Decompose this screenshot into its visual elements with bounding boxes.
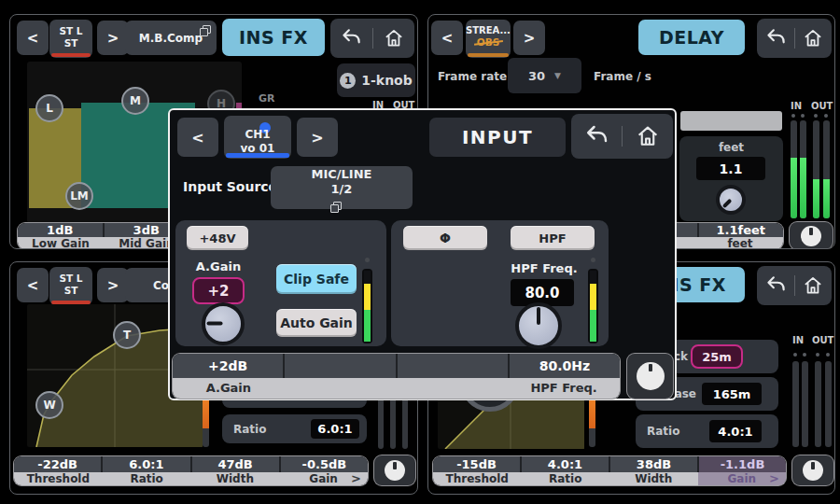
footer-label-width: Width — [191, 472, 280, 485]
footer-value-ratio[interactable]: 6.0:1 — [103, 456, 191, 472]
meter-clock-button[interactable] — [374, 455, 415, 485]
channel-color-underline — [51, 53, 91, 57]
undo-icon[interactable] — [763, 26, 788, 50]
lowmid-band-handle[interactable]: LM — [65, 182, 93, 210]
out-meter-l — [813, 120, 819, 218]
footer-label-lowgain: Low Gain — [18, 237, 104, 249]
footer-label-threshold: Threshold — [433, 472, 522, 485]
parameter-footer: -22dB 6.0:1 47dB -0.5dB Threshold Ratio … — [14, 456, 368, 485]
channel-color-underline — [51, 301, 91, 304]
ratio-row: Ratio 4.0:1 — [636, 414, 778, 448]
one-knob-button[interactable]: 1 1-knob — [337, 63, 415, 97]
in-meter-label: IN — [792, 335, 804, 345]
phantom-48v-button[interactable]: +48V — [187, 226, 248, 250]
page-title-delay[interactable]: DELAY — [638, 20, 745, 55]
more-params-arrow[interactable]: > — [351, 471, 361, 485]
next-channel-button[interactable]: > — [297, 118, 338, 157]
clock-knob-icon — [637, 362, 665, 390]
again-level-meter — [362, 269, 372, 343]
hpf-freq-knob[interactable] — [515, 302, 562, 349]
page-title-insfx[interactable]: INS FX — [222, 19, 325, 56]
next-channel-button[interactable]: > — [97, 21, 129, 55]
in-meter-r — [800, 120, 806, 218]
clock-knob-icon — [801, 226, 821, 246]
input-source-button[interactable]: MIC/LINE1/2 — [271, 166, 413, 209]
meter-clock-button[interactable] — [790, 222, 833, 249]
next-channel-button[interactable]: > — [97, 268, 129, 302]
channel-select-button[interactable]: STREA... OBS — [466, 20, 511, 58]
in-meter-l — [791, 120, 797, 218]
delay-value-panel: feet 1.1 — [679, 136, 783, 221]
footer-value-delay[interactable]: 1.1feet — [699, 223, 784, 237]
divider — [794, 275, 795, 296]
footer-label-delay: feet — [697, 237, 783, 249]
footer-label-gain-selected: Gain> — [698, 472, 787, 485]
undo-icon[interactable] — [339, 26, 363, 50]
frame-rate-label: Frame rate — [438, 70, 507, 83]
footer-value-width[interactable]: 38dB — [610, 456, 699, 472]
delay-knob[interactable] — [716, 185, 746, 215]
footer-value-hpf[interactable]: 80.0Hz — [510, 354, 620, 378]
phase-button[interactable]: Φ — [403, 226, 487, 250]
clock-knob-icon — [803, 460, 823, 481]
parameter-footer: +2dB 80.0Hz A.Gain HPF Freq. — [173, 354, 620, 399]
out-meter-label: OUT — [812, 335, 833, 345]
meter-clock-button[interactable] — [792, 455, 833, 485]
footer-value-threshold[interactable]: -15dB — [433, 456, 522, 472]
again-knob[interactable] — [202, 302, 245, 345]
footer-value-gain[interactable]: -0.5dB — [281, 456, 368, 472]
attack-value-selected[interactable]: 25m — [691, 344, 743, 369]
footer-value-lowgain[interactable]: 1dB — [18, 223, 105, 237]
frame-rate-dropdown[interactable]: 30▼ — [508, 58, 581, 93]
hpf-button[interactable]: HPF — [511, 226, 595, 250]
footer-value-gain-selected[interactable]: -1.1dB — [699, 456, 786, 472]
in-meter-r — [802, 361, 808, 447]
undo-icon[interactable] — [763, 273, 788, 298]
nav-group — [757, 19, 832, 58]
footer-value-threshold[interactable]: -22dB — [14, 456, 103, 472]
again-label: A.Gain — [187, 259, 250, 273]
channel-select-button[interactable]: ST LST — [49, 267, 92, 305]
next-channel-button[interactable]: > — [513, 21, 545, 55]
channel-select-button[interactable]: CH1vo 01 — [224, 116, 291, 159]
release-value[interactable]: 165m — [702, 383, 762, 405]
prev-channel-button[interactable]: < — [17, 21, 49, 55]
delay-value-display[interactable]: 1.1 — [696, 157, 765, 180]
prev-channel-button[interactable]: < — [431, 21, 463, 55]
footer-label-again: A.Gain — [173, 378, 285, 399]
dialog-title-input: INPUT — [429, 118, 566, 157]
home-icon[interactable] — [634, 122, 662, 150]
width-handle[interactable]: W — [35, 391, 63, 419]
again-value-selected[interactable]: +2 — [192, 277, 245, 304]
undo-icon[interactable] — [582, 122, 610, 150]
home-icon[interactable] — [801, 26, 825, 50]
hpf-section: Φ HPF HPF Freq. 80.0 — [391, 220, 609, 346]
divider — [372, 28, 373, 49]
channel-select-button[interactable]: ST LST — [49, 20, 92, 58]
home-icon[interactable] — [382, 26, 406, 50]
mid-band-handle[interactable]: M — [121, 87, 149, 115]
hpf-level-meter — [588, 269, 598, 343]
prev-channel-button[interactable]: < — [17, 268, 49, 302]
footer-value-again[interactable]: +2dB — [173, 354, 285, 378]
ratio-value[interactable]: 6.0:1 — [311, 419, 359, 439]
home-icon[interactable] — [801, 273, 825, 298]
footer-label-hpf: HPF Freq. — [508, 378, 620, 399]
meter-clock-button[interactable] — [627, 354, 673, 399]
footer-value-ratio[interactable]: 4.0:1 — [522, 456, 610, 472]
clip-safe-button[interactable]: Clip Safe — [276, 264, 357, 294]
out-meter-l — [815, 361, 821, 447]
prev-channel-button[interactable]: < — [177, 118, 218, 157]
footer-value-width[interactable]: 47dB — [192, 456, 281, 472]
library-button[interactable]: M.B.Comp — [125, 21, 217, 55]
gr-label: GR — [259, 92, 275, 105]
ratio-value[interactable]: 4.0:1 — [709, 420, 762, 442]
more-params-arrow[interactable]: > — [769, 471, 779, 485]
footer-label-ratio: Ratio — [522, 472, 610, 485]
ratio-label: Ratio — [647, 425, 679, 438]
low-band-handle[interactable]: L — [35, 94, 63, 122]
auto-gain-button[interactable]: Auto Gain — [276, 309, 357, 337]
threshold-handle[interactable]: T — [113, 321, 141, 349]
parameter-footer: -15dB 4.0:1 38dB -1.1dB Threshold Ratio … — [433, 456, 786, 485]
dropdown-arrow-icon: ▼ — [554, 71, 561, 80]
